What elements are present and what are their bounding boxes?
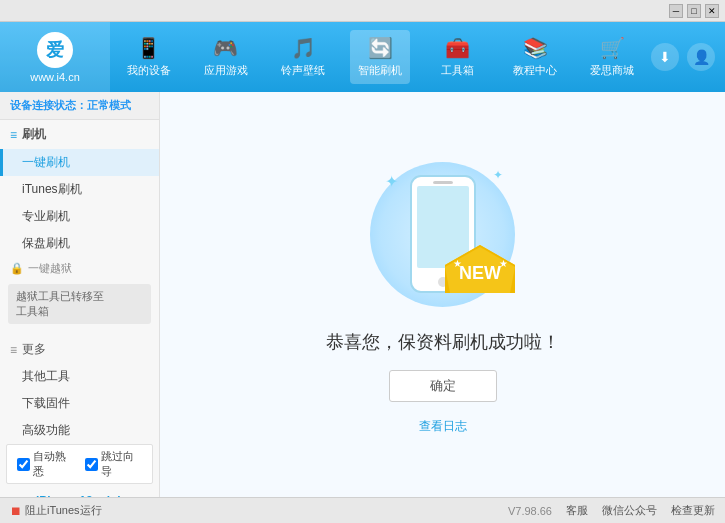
sidebar-item-pro-flash[interactable]: 专业刷机 xyxy=(0,203,159,230)
sidebar-item-itunes-flash[interactable]: iTunes刷机 xyxy=(0,176,159,203)
title-bar: ─ □ ✕ xyxy=(0,0,725,22)
header-actions: ⬇ 👤 xyxy=(651,43,725,71)
sidebar-item-other-tools[interactable]: 其他工具 xyxy=(0,363,159,390)
auto-dismiss-text: 自动熟悉 xyxy=(33,449,75,479)
device-name: iPhone 12 mini xyxy=(36,494,125,497)
stop-icon: ⏹ xyxy=(10,504,22,518)
nav-items: 📱 我的设备 🎮 应用游戏 🎵 铃声壁纸 🔄 智能刷机 🧰 工具箱 📚 教程中心… xyxy=(110,22,651,92)
skip-wizard-checkbox[interactable] xyxy=(85,458,98,471)
version-text: V7.98.66 xyxy=(508,505,552,517)
svg-text:★: ★ xyxy=(453,258,462,269)
sidebar-item-save-flash[interactable]: 保盘刷机 xyxy=(0,230,159,257)
more-section-title: ≡ 更多 xyxy=(0,336,159,363)
wechat-public-link[interactable]: 微信公众号 xyxy=(602,503,657,518)
app-icon: 🎮 xyxy=(213,36,238,60)
nav-item-app-game[interactable]: 🎮 应用游戏 xyxy=(196,30,256,84)
skip-wizard-label[interactable]: 跳过向导 xyxy=(85,449,143,479)
lock-icon: 🔒 xyxy=(10,262,24,275)
status-bar: 设备连接状态：正常模式 xyxy=(0,92,159,120)
user-button[interactable]: 👤 xyxy=(687,43,715,71)
ringtone-icon: 🎵 xyxy=(291,36,316,60)
device-icon: 📱 xyxy=(136,36,161,60)
section-title-flash: ≡ 刷机 xyxy=(0,120,159,149)
success-text: 恭喜您，保资料刷机成功啦！ xyxy=(326,330,560,354)
nav-item-store[interactable]: 🛒 爱思商城 xyxy=(582,30,642,84)
look-again-link[interactable]: 查看日志 xyxy=(419,418,467,435)
phone-badge-wrapper: ✦ ✦ xyxy=(363,154,523,314)
footer-right: V7.98.66 客服 微信公众号 检查更新 xyxy=(508,503,715,518)
footer-left: ⏹ 阻止iTunes运行 xyxy=(10,503,102,518)
main: 设备连接状态：正常模式 ≡ 刷机 一键刷机 iTunes刷机 专业刷机 保盘刷机… xyxy=(0,92,725,497)
nav-item-toolbox[interactable]: 🧰 工具箱 xyxy=(428,30,488,84)
sidebar-item-advanced[interactable]: 高级功能 xyxy=(0,417,159,444)
close-button[interactable]: ✕ xyxy=(705,4,719,18)
flash-icon: 🔄 xyxy=(368,36,393,60)
auto-dismiss-label[interactable]: 自动熟悉 xyxy=(17,449,75,479)
stop-itunes-label: 阻止iTunes运行 xyxy=(25,503,102,518)
nav-item-ringtone[interactable]: 🎵 铃声壁纸 xyxy=(273,30,333,84)
tutorial-icon: 📚 xyxy=(523,36,548,60)
sidebar-item-download-firmware[interactable]: 下载固件 xyxy=(0,390,159,417)
store-icon: 🛒 xyxy=(600,36,625,60)
sidebar-notice: 越狱工具已转移至工具箱 xyxy=(8,284,151,324)
support-link[interactable]: 客服 xyxy=(566,503,588,518)
toolbox-icon: 🧰 xyxy=(445,36,470,60)
success-illustration: ✦ ✦ xyxy=(326,154,560,435)
device-info: 📱 iPhone 12 mini 64GB Down-12mini-13,1 xyxy=(0,488,159,497)
minimize-button[interactable]: ─ xyxy=(669,4,683,18)
nav-label-smart-flash: 智能刷机 xyxy=(358,63,402,78)
flash-section-icon: ≡ xyxy=(10,128,17,142)
device-phone-icon: 📱 xyxy=(10,496,30,497)
svg-text:★: ★ xyxy=(499,258,508,269)
footer: ⏹ 阻止iTunes运行 V7.98.66 客服 微信公众号 检查更新 xyxy=(0,497,725,523)
nav-label-my-device: 我的设备 xyxy=(127,63,171,78)
nav-label-toolbox: 工具箱 xyxy=(441,63,474,78)
header: 爱 www.i4.cn 📱 我的设备 🎮 应用游戏 🎵 铃声壁纸 🔄 智能刷机 … xyxy=(0,22,725,92)
nav-label-tutorial: 教程中心 xyxy=(513,63,557,78)
content-area: ✦ ✦ xyxy=(160,92,725,497)
svg-rect-3 xyxy=(433,181,453,184)
svg-text:NEW: NEW xyxy=(459,263,501,283)
nav-item-tutorial[interactable]: 📚 教程中心 xyxy=(505,30,565,84)
status-label: 设备连接状态： xyxy=(10,99,87,111)
bars-icon: ≡ xyxy=(10,343,17,357)
check-update-link[interactable]: 检查更新 xyxy=(671,503,715,518)
jailbreak-disabled-section: 🔒 一键越狱 xyxy=(0,257,159,280)
logo-icon: 爱 xyxy=(37,32,73,68)
nav-label-store: 爱思商城 xyxy=(590,63,634,78)
nav-label-app-game: 应用游戏 xyxy=(204,63,248,78)
status-value: 正常模式 xyxy=(87,99,131,111)
nav-label-ringtone: 铃声壁纸 xyxy=(281,63,325,78)
device-details: iPhone 12 mini 64GB Down-12mini-13,1 xyxy=(36,494,125,497)
auto-dismiss-checkbox[interactable] xyxy=(17,458,30,471)
download-button[interactable]: ⬇ xyxy=(651,43,679,71)
flash-section-label: 刷机 xyxy=(22,126,46,143)
sidebar-item-one-key-flash[interactable]: 一键刷机 xyxy=(0,149,159,176)
sparkle-tr-icon: ✦ xyxy=(493,168,503,182)
maximize-button[interactable]: □ xyxy=(687,4,701,18)
checkbox-row: 自动熟悉 跳过向导 xyxy=(6,444,153,484)
logo-text: www.i4.cn xyxy=(30,71,80,83)
stop-itunes-button[interactable]: ⏹ 阻止iTunes运行 xyxy=(10,503,102,518)
skip-wizard-text: 跳过向导 xyxy=(101,449,143,479)
new-badge: NEW ★ ★ xyxy=(445,245,515,296)
sidebar: 设备连接状态：正常模式 ≡ 刷机 一键刷机 iTunes刷机 专业刷机 保盘刷机… xyxy=(0,92,160,497)
logo-area: 爱 www.i4.cn xyxy=(0,22,110,92)
sparkle-tl-icon: ✦ xyxy=(385,172,398,191)
confirm-button[interactable]: 确定 xyxy=(389,370,497,402)
nav-item-smart-flash[interactable]: 🔄 智能刷机 xyxy=(350,30,410,84)
nav-item-my-device[interactable]: 📱 我的设备 xyxy=(119,30,179,84)
